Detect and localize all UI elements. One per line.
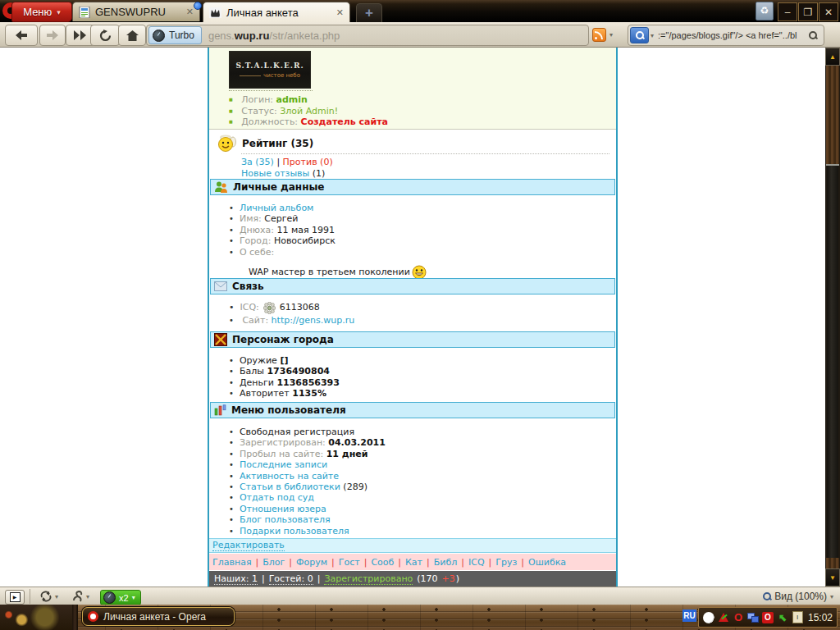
menu-label: Меню — [23, 6, 52, 18]
back-button[interactable] — [5, 25, 38, 46]
role-value: Создатель сайта — [301, 116, 388, 127]
new-tab-button[interactable]: + — [356, 3, 382, 23]
panels-toggle-button[interactable]: ▶ — [5, 590, 25, 605]
turbo-gauge-icon — [103, 591, 116, 604]
envelope-icon — [214, 281, 227, 291]
usermenu-link[interactable]: Подарки пользователя — [240, 526, 349, 536]
minimize-button[interactable]: – — [778, 2, 797, 21]
tab-label: Личная анкета — [226, 7, 299, 19]
close-icon: ✕ — [824, 7, 833, 18]
opera-menu-button[interactable]: Меню ▾ — [11, 2, 72, 22]
usermenu-link[interactable]: Отношения юзера — [240, 504, 326, 514]
footer-nav-link[interactable]: Блог — [262, 557, 285, 568]
list-item: Сайт: http://gens.wup.ru — [229, 315, 616, 326]
edit-bar: Редактировать — [209, 538, 616, 553]
tray-network-icon[interactable] — [747, 612, 759, 623]
footer-nav-link[interactable]: Главная — [212, 557, 252, 568]
search-engine-button[interactable] — [630, 27, 649, 43]
tab-anketa[interactable]: Личная анкета ✕ — [203, 2, 350, 22]
taskbar-window-button[interactable]: Личная анкета - Opera — [82, 607, 235, 626]
reload-button[interactable] — [90, 25, 120, 46]
rss-group[interactable]: ▾ — [592, 28, 613, 42]
turbo-multiplier: x2 — [119, 593, 129, 603]
rating-against[interactable]: Против (0) — [283, 157, 333, 167]
footer-nav-link[interactable]: Груз — [495, 557, 517, 568]
personal-section: Личный альбом Имя: Сергей Днюха: 11 мая … — [209, 196, 616, 278]
tab-genswupru[interactable]: GENSWUPRU ✕ — [72, 2, 200, 21]
chevron-down-icon: ▾ — [57, 8, 61, 16]
tray-opera-o-icon[interactable]: O — [733, 612, 744, 623]
chevron-down-icon: ▾ — [830, 593, 833, 600]
scroll-down-icon: ▼ — [829, 574, 836, 582]
album-link[interactable]: Личный альбом — [240, 203, 314, 213]
language-indicator[interactable]: RU — [682, 609, 696, 622]
search-go-icon[interactable] — [809, 31, 817, 39]
chevron-down-icon: ▾ — [609, 31, 613, 39]
page-favicon-icon — [79, 7, 90, 18]
vertical-scrollbar[interactable]: ▲ ▼ — [825, 48, 840, 587]
start-button[interactable] — [0, 605, 72, 630]
tab-notification-dot — [194, 2, 202, 10]
sync-button[interactable]: ▾ — [39, 591, 58, 602]
footer-nav-link[interactable]: Библ — [434, 557, 458, 568]
usermenu-link[interactable]: Статьи в библиотеки — [240, 482, 340, 492]
usermenu-link[interactable]: Последние записи — [240, 459, 327, 470]
list-item: Личный альбом — [229, 203, 616, 213]
list-item: Балы 1736490804 — [229, 366, 616, 377]
tray-update-icon[interactable]: ⬉ — [777, 612, 788, 623]
chevron-down-icon: ▾ — [651, 32, 654, 39]
close-button[interactable]: ✕ — [819, 2, 838, 21]
character-section: Оружие [] Балы 1736490804 Деньги 1136856… — [209, 349, 616, 402]
footer-nav-link[interactable]: Форум — [296, 557, 327, 568]
tray-arrow-icon[interactable] — [718, 612, 729, 623]
footer-nav-link[interactable]: Ошибка — [528, 557, 566, 568]
search-input[interactable]: :="/pages/blogs.gif"/> <a href="../bl — [658, 30, 802, 40]
url-text[interactable]: gens.wup.ru/str/anketa.php — [208, 30, 340, 42]
usermenu-link[interactable]: Блог пользователя — [240, 514, 331, 525]
scroll-up-button[interactable]: ▲ — [825, 48, 840, 66]
list-item: Авторитет 1135% — [229, 388, 616, 399]
address-bar[interactable]: Turbo gens.wup.ru/str/anketa.php — [146, 25, 589, 46]
footer-nav-link[interactable]: Кат — [405, 557, 422, 568]
turbo-badge[interactable]: x2 ▾ — [100, 590, 141, 605]
usermenu-link[interactable]: Отдать под суд — [240, 492, 314, 503]
scroll-down-button[interactable]: ▼ — [825, 568, 840, 587]
tab-close-icon[interactable]: ✕ — [336, 7, 344, 18]
footer-nav-link[interactable]: ICQ — [468, 557, 485, 568]
search-field[interactable]: ▾ :="/pages/blogs.gif"/> <a href="../bl — [628, 25, 824, 46]
zoom-icon — [763, 592, 771, 600]
site-link[interactable]: http://gens.wup.ru — [272, 315, 355, 326]
usermenu-link[interactable]: Активность на сайте — [240, 471, 339, 482]
divider — [241, 153, 609, 154]
new-reviews-link[interactable]: Новые отзывы — [241, 168, 309, 179]
tray-bird-icon[interactable] — [703, 612, 714, 623]
scrollbar-thumb[interactable] — [826, 66, 839, 166]
back-arrow-icon — [16, 30, 27, 40]
forward-arrow-icon — [47, 30, 58, 40]
trash-button[interactable]: ♻ — [755, 2, 774, 21]
tray-scheduler-icon[interactable]: I — [792, 612, 803, 623]
plus-icon: + — [365, 5, 373, 21]
footer-nav-link[interactable]: Сооб — [371, 557, 394, 568]
tray-opera-square-icon[interactable]: O — [762, 612, 774, 623]
restore-button[interactable]: ❐ — [798, 2, 818, 21]
guests-count[interactable]: Гостей: 0 — [269, 573, 313, 585]
forward-button[interactable] — [39, 25, 66, 46]
tab-close-icon[interactable]: ✕ — [186, 7, 194, 17]
turbo-button[interactable]: Turbo — [148, 26, 202, 44]
login-value: admin — [276, 94, 308, 105]
home-button[interactable] — [118, 25, 146, 46]
scrollbar-track[interactable] — [827, 166, 838, 558]
chevron-down-icon: ▾ — [86, 593, 89, 600]
registered-link[interactable]: Зарегистрировано — [324, 573, 413, 585]
unite-button[interactable]: ▾ — [72, 591, 89, 602]
footer-nav-link[interactable]: Гост — [339, 557, 360, 568]
tray-clock[interactable]: 15:02 — [808, 612, 833, 623]
zoom-control[interactable]: Вид (100%) ▾ — [763, 591, 833, 602]
minimize-icon: – — [785, 7, 791, 18]
edit-link[interactable]: Редактировать — [212, 540, 285, 551]
character-header: Персонаж города — [210, 331, 615, 348]
list-item: Последние записи — [229, 459, 616, 470]
rating-for-link[interactable]: За (35) — [241, 157, 274, 167]
ours-count[interactable]: Наших: 1 — [214, 573, 258, 585]
